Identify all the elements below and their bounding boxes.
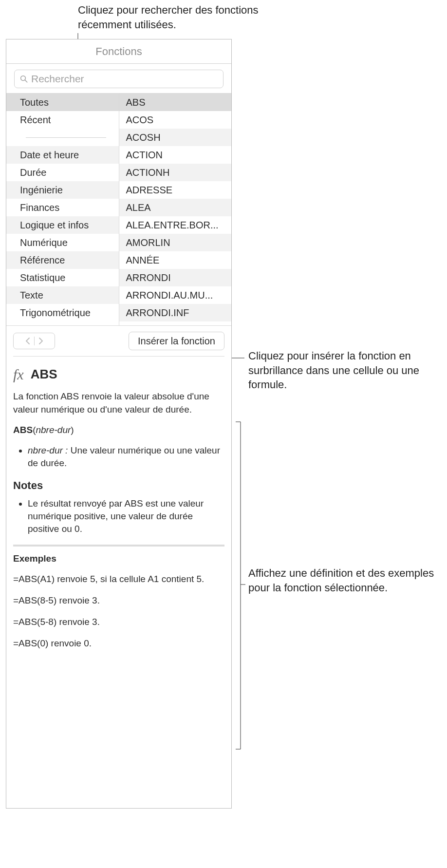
doc-syntax: ABS(nbre-dur): [13, 424, 224, 436]
doc-args-list: nbre-dur : Une valeur numérique ou une v…: [13, 444, 224, 470]
callout-definition: Affichez une définition et des exemples …: [248, 566, 443, 595]
examples-heading: Exemples: [13, 552, 224, 565]
example-4: =ABS(0) renvoie 0.: [13, 637, 224, 650]
history-nav: [13, 333, 55, 349]
panel-title: Fonctions: [6, 39, 231, 64]
doc-function-name: ABS: [31, 366, 57, 383]
search-placeholder: Rechercher: [31, 73, 84, 85]
note-item: Le résultat renvoyé par ABS est une vale…: [28, 497, 224, 536]
example-1: =ABS(A1) renvoie 5, si la cellule A1 con…: [13, 573, 224, 585]
category-logique-infos[interactable]: Logique et infos: [6, 216, 119, 234]
function-arrondi-au-mu[interactable]: ARRONDI.AU.MU...: [119, 286, 232, 304]
callout-insert: Cliquez pour insérer la fonction en surb…: [248, 349, 443, 392]
category-toutes[interactable]: Toutes: [6, 94, 119, 111]
category-duree[interactable]: Durée: [6, 164, 119, 181]
category-recent[interactable]: Récent: [6, 111, 119, 129]
function-acosh[interactable]: ACOSH: [119, 129, 232, 146]
function-annee[interactable]: ANNÉE: [119, 251, 232, 269]
function-actionh[interactable]: ACTIONH: [119, 164, 232, 181]
doc-summary: La fonction ABS renvoie la valeur absolu…: [13, 390, 224, 415]
nav-forward-button[interactable]: [37, 337, 44, 345]
browser-columns: Toutes Récent Date et heure Durée Ingéni…: [6, 93, 231, 326]
insert-function-button[interactable]: Insérer la fonction: [129, 332, 224, 350]
search-icon: [19, 75, 28, 83]
search-wrap: Rechercher: [6, 64, 231, 93]
category-reference[interactable]: Référence: [6, 251, 119, 269]
category-finances[interactable]: Finances: [6, 199, 119, 216]
function-alea-entre-bor[interactable]: ALEA.ENTRE.BOR...: [119, 216, 232, 234]
category-numerique[interactable]: Numérique: [6, 234, 119, 251]
function-doc: fx ABS La fonction ABS renvoie la valeur…: [6, 360, 231, 666]
example-2: =ABS(8-5) renvoie 3.: [13, 594, 224, 607]
chevron-right-icon: [37, 337, 44, 345]
callout-recent: Cliquez pour rechercher des fonctions ré…: [78, 3, 282, 32]
nav-back-button[interactable]: [24, 337, 31, 345]
category-spacer: [6, 129, 119, 146]
function-acos[interactable]: ACOS: [119, 111, 232, 129]
chevron-left-icon: [24, 337, 31, 345]
function-amorlin[interactable]: AMORLIN: [119, 234, 232, 251]
doc-arg-item: nbre-dur : Une valeur numérique ou une v…: [28, 444, 224, 470]
function-adresse[interactable]: ADRESSE: [119, 181, 232, 199]
doc-divider: [13, 356, 224, 357]
functions-panel: Fonctions Rechercher Toutes Récent Date …: [6, 39, 232, 809]
notes-list: Le résultat renvoyé par ABS est une vale…: [13, 497, 224, 536]
examples-divider: [13, 545, 224, 547]
category-statistique[interactable]: Statistique: [6, 269, 119, 286]
notes-heading: Notes: [13, 478, 224, 493]
category-trigonometrique[interactable]: Trigonométrique: [6, 304, 119, 321]
function-column[interactable]: ABS ACOS ACOSH ACTION ACTIONH ADRESSE AL…: [119, 94, 232, 325]
svg-line-7: [25, 80, 27, 82]
function-alea[interactable]: ALEA: [119, 199, 232, 216]
example-3: =ABS(5-8) renvoie 3.: [13, 616, 224, 628]
function-action[interactable]: ACTION: [119, 146, 232, 164]
nav-separator: [34, 337, 35, 345]
category-texte[interactable]: Texte: [6, 286, 119, 304]
function-arrondi[interactable]: ARRONDI: [119, 269, 232, 286]
search-input[interactable]: Rechercher: [14, 70, 224, 88]
fx-icon: fx: [13, 364, 24, 384]
category-ingenierie[interactable]: Ingénierie: [6, 181, 119, 199]
category-column[interactable]: Toutes Récent Date et heure Durée Ingéni…: [6, 94, 119, 325]
category-date-heure[interactable]: Date et heure: [6, 146, 119, 164]
nav-row: Insérer la fonction: [6, 326, 231, 356]
function-abs[interactable]: ABS: [119, 94, 232, 111]
function-arrondi-inf[interactable]: ARRONDI.INF: [119, 304, 232, 321]
